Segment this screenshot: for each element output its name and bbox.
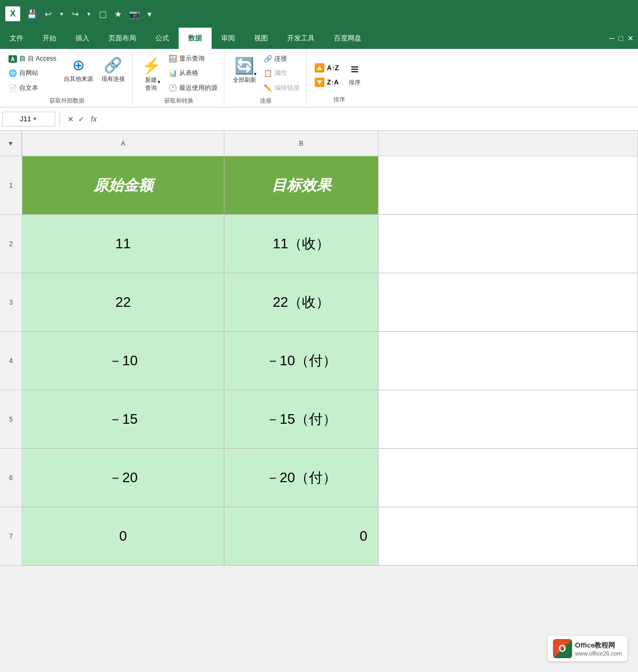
formula-icons: ✕ ✓ fx — [64, 115, 102, 123]
tab-home[interactable]: 开始 — [33, 28, 66, 49]
undo-button[interactable]: ↩ — [43, 8, 54, 20]
connections-button[interactable]: 🔗 连接 — [262, 53, 302, 64]
col-header-a[interactable]: A — [22, 131, 224, 156]
properties-icon: 📋 — [264, 69, 272, 77]
ribbon-close[interactable]: ✕ — [627, 34, 634, 43]
cell-ref-dropdown[interactable]: ▼ — [32, 116, 38, 122]
cell-3a[interactable]: 22 — [22, 273, 224, 331]
from-table-icon: 📊 — [169, 69, 177, 77]
row-num-6[interactable]: 6 — [0, 449, 22, 507]
sort-label: 排序 — [349, 79, 360, 87]
save-button[interactable]: 💾 — [24, 8, 39, 20]
sort-za-icon: 🔽 — [314, 77, 325, 87]
row-num-4[interactable]: 4 — [0, 332, 22, 390]
customize-button[interactable]: ▢ — [97, 8, 109, 20]
ribbon-minimize[interactable]: ─ — [609, 34, 615, 43]
cell-4c[interactable] — [379, 332, 638, 390]
other-sources-button[interactable]: ⊕ 自其他来源 — [61, 54, 96, 85]
column-headers: A B — [22, 131, 638, 156]
cell-6a[interactable]: －20 — [22, 449, 224, 507]
cell-6b[interactable]: －20（付） — [224, 449, 379, 507]
header-cell-b[interactable]: 目标效果 — [224, 156, 379, 214]
ribbon-restore[interactable]: □ — [619, 34, 623, 43]
recent-sources-icon: 🕐 — [169, 84, 177, 92]
connections-icon: 🔗 — [264, 55, 272, 63]
recent-sources-label: 最近使用的源 — [179, 83, 217, 93]
row-num-7[interactable]: 7 — [0, 507, 22, 566]
undo-dropdown[interactable]: ▼ — [57, 10, 66, 18]
sort-za-button[interactable]: 🔽 Z↑A — [312, 76, 341, 88]
cell-5b[interactable]: －15（付） — [224, 390, 379, 448]
show-query-button[interactable]: 🪟 显示查询 — [166, 53, 220, 64]
tab-page-layout[interactable]: 页面布局 — [99, 28, 146, 49]
row-num-5[interactable]: 5 — [0, 390, 22, 449]
cell-3b[interactable]: 22（收） — [224, 273, 379, 331]
tab-insert[interactable]: 插入 — [66, 28, 99, 49]
header-col-b-text: 目标效果 — [272, 175, 331, 196]
textfile-button[interactable]: 📄 自文本 — [6, 82, 58, 94]
website-label: 自网站 — [19, 69, 38, 78]
cell-6c[interactable] — [379, 449, 638, 507]
tab-formula[interactable]: 公式 — [146, 28, 179, 49]
sort-az-button[interactable]: 🔼 A↑Z — [312, 62, 341, 74]
row-num-3[interactable]: 3 — [0, 273, 22, 332]
cell-7c[interactable] — [379, 507, 638, 565]
confirm-formula-icon[interactable]: ✓ — [78, 115, 85, 123]
recent-sources-button[interactable]: 🕐 最近使用的源 — [166, 82, 220, 94]
formula-input[interactable] — [104, 112, 636, 127]
edit-links-button[interactable]: ✏️ 编辑链接 — [262, 82, 302, 94]
properties-button[interactable]: 📋 属性 — [262, 68, 302, 79]
more-button[interactable]: ▾ — [145, 8, 154, 20]
sort-group-label: 排序 — [333, 96, 345, 105]
tab-baidu[interactable]: 百度网盘 — [324, 28, 371, 49]
star-button[interactable]: ★ — [112, 8, 124, 20]
cell-3c[interactable] — [379, 273, 638, 331]
transform-label: 获取和转换 — [164, 97, 194, 106]
cell-2a[interactable]: 11 — [22, 215, 224, 273]
watermark-text: Office教程网 www.office26.com — [575, 641, 622, 657]
tab-review[interactable]: 审阅 — [212, 28, 245, 49]
tab-file[interactable]: 文件 — [0, 28, 33, 49]
new-query-dropdown[interactable]: ▼ — [157, 80, 161, 85]
redo-dropdown[interactable]: ▼ — [84, 10, 94, 18]
cell-reference-box[interactable]: J11 ▼ — [2, 112, 55, 127]
quick-access-toolbar: 💾 ↩ ▼ ↪ ▼ ▢ ★ 📷 ▾ — [24, 8, 154, 20]
tab-developer[interactable]: 开发工具 — [278, 28, 324, 49]
table-row: 11 11（收） — [22, 215, 638, 273]
redo-button[interactable]: ↪ — [70, 8, 81, 20]
header-cell-c[interactable] — [379, 156, 638, 214]
cell-4a[interactable]: －10 — [22, 332, 224, 390]
from-table-button[interactable]: 📊 从表格 — [166, 68, 220, 79]
table-row: －10 －10（付） — [22, 332, 638, 390]
existing-connection-button[interactable]: 🔗 现有连接 — [98, 54, 128, 85]
row-num-2[interactable]: 2 — [0, 215, 22, 273]
select-all-button[interactable]: ▼ — [0, 131, 22, 156]
table-row: －15 －15（付） — [22, 390, 638, 449]
val-4b: －10（付） — [266, 351, 337, 370]
cell-2b[interactable]: 11（收） — [224, 215, 379, 273]
cell-2c[interactable] — [379, 215, 638, 273]
refresh-all-button[interactable]: 🔄 全部刷新 ▼ — [230, 54, 259, 86]
row-num-1[interactable]: 1 — [0, 156, 22, 215]
cancel-formula-icon[interactable]: ✕ — [68, 115, 74, 123]
new-query-button[interactable]: ⚡ 新建查询 ▼ — [138, 54, 164, 94]
camera-button[interactable]: 📷 — [127, 8, 142, 20]
website-button[interactable]: 🌐 自网站 — [6, 68, 58, 79]
tab-data[interactable]: 数据 — [179, 28, 212, 49]
cell-5a[interactable]: －15 — [22, 390, 224, 448]
col-header-c[interactable] — [379, 131, 638, 156]
sort-button[interactable]: ≡ 排序 — [343, 59, 366, 89]
val-2b: 11（收） — [273, 234, 330, 253]
excel-icon: X — [5, 6, 20, 21]
col-header-b[interactable]: B — [224, 131, 379, 156]
refresh-dropdown[interactable]: ▼ — [253, 72, 257, 77]
header-cell-a[interactable]: 原始金额 — [22, 156, 224, 214]
cell-4b[interactable]: －10（付） — [224, 332, 379, 390]
cell-7b[interactable]: 0 — [224, 507, 379, 565]
cell-5c[interactable] — [379, 390, 638, 448]
edit-links-label: 编辑链接 — [274, 83, 300, 93]
sort-az-icon: 🔼 — [314, 63, 325, 73]
access-button[interactable]: A 自 自 Access — [6, 53, 58, 64]
cell-7a[interactable]: 0 — [22, 507, 224, 565]
tab-view[interactable]: 视图 — [245, 28, 278, 49]
